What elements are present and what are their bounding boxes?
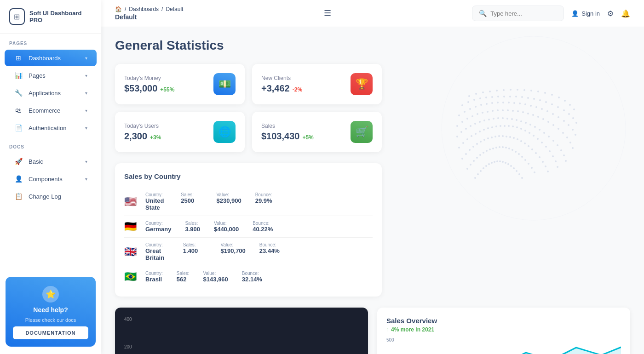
svg-point-180 <box>518 153 520 155</box>
sidebar-section-pages: PAGES ⊞ Dashboards ▾ 📊 Pages ▾ 🔧 Applica… <box>0 34 101 137</box>
sidebar-item-ecommerce[interactable]: 🛍 Ecommerce ▾ <box>5 102 97 119</box>
bounce-col-label: Bounce: <box>259 242 283 247</box>
svg-point-157 <box>528 145 529 147</box>
svg-point-124 <box>504 125 506 127</box>
svg-point-14 <box>558 97 560 98</box>
flag-de: 🇩🇪 <box>124 221 138 233</box>
svg-point-135 <box>549 150 551 152</box>
svg-point-17 <box>573 108 575 110</box>
svg-point-152 <box>509 136 511 138</box>
svg-point-178 <box>512 149 513 151</box>
svg-point-61 <box>575 134 576 136</box>
y-label-200: 200 <box>124 344 132 349</box>
svg-point-99 <box>511 118 513 120</box>
svg-point-70 <box>497 109 499 111</box>
svg-point-115 <box>466 138 468 140</box>
svg-point-105 <box>539 129 540 131</box>
svg-point-6 <box>503 89 505 91</box>
svg-point-36 <box>568 113 570 115</box>
chevron-down-icon: ▾ <box>85 108 87 113</box>
svg-point-87 <box>456 136 458 137</box>
sidebar-item-dashboards[interactable]: ⊞ Dashboards ▾ <box>5 50 97 66</box>
svg-point-23 <box>491 96 493 98</box>
bar-chart-y-labels: 400 200 0 <box>124 317 132 354</box>
stat-card-sales: Sales $103,430 +5% 🛒 <box>252 112 382 152</box>
search-input[interactable] <box>490 10 557 17</box>
svg-point-155 <box>520 140 522 142</box>
svg-point-201 <box>516 170 518 172</box>
stat-card-clients: New Clients +3,462 -2% 🏆 <box>252 64 382 104</box>
svg-point-4 <box>489 91 491 92</box>
sign-in-button[interactable]: 👤 Sign in <box>571 10 600 17</box>
stat-change-clients: -2% <box>293 86 302 93</box>
stat-label-users: Today's Users <box>124 123 161 129</box>
country-name-gb: Great Britain <box>145 247 169 261</box>
line-chart-y-labels: 500 400 <box>386 337 394 354</box>
settings-icon[interactable]: ⚙ <box>607 9 614 18</box>
svg-point-191 <box>488 163 490 165</box>
sidebar-item-basic[interactable]: 🚀 Basic ▾ <box>5 153 97 170</box>
sidebar: ⊞ Soft UI Dashboard PRO PAGES ⊞ Dashboar… <box>0 0 101 354</box>
search-box[interactable]: 🔍 <box>472 6 564 21</box>
sales-by-country-title: Sales by Country <box>124 172 373 180</box>
value-col-label: Value: <box>221 242 246 247</box>
stat-value-money: $53,000 <box>124 83 157 94</box>
sidebar-item-components[interactable]: 👤 Components ▾ <box>5 171 97 187</box>
svg-point-112 <box>565 160 567 162</box>
svg-point-130 <box>529 132 530 134</box>
documentation-button[interactable]: DOCUMENTATION <box>13 326 88 339</box>
svg-point-183 <box>528 163 529 165</box>
svg-point-50 <box>519 103 521 104</box>
svg-point-184 <box>531 167 533 169</box>
sidebar-item-authentication[interactable]: 📄 Authentication ▾ <box>5 120 97 136</box>
svg-point-52 <box>530 105 532 107</box>
help-card: ⭐ Need help? Please check our docs DOCUM… <box>6 277 96 347</box>
svg-point-15 <box>564 100 566 102</box>
country-col-label: Country: <box>145 271 163 276</box>
svg-point-118 <box>479 131 481 132</box>
svg-point-192 <box>491 162 493 164</box>
svg-point-40 <box>464 111 466 113</box>
line-chart-area: 500 400 <box>386 337 621 354</box>
help-title: Need help? <box>33 306 68 314</box>
svg-point-9 <box>523 89 525 91</box>
y-label-400: 400 <box>124 317 132 322</box>
svg-point-85 <box>569 142 571 143</box>
sales-overview-title: Sales Overview <box>386 317 621 325</box>
svg-point-132 <box>537 138 539 140</box>
svg-point-21 <box>479 97 481 99</box>
svg-point-47 <box>502 102 504 103</box>
svg-point-186 <box>474 177 476 179</box>
svg-point-142 <box>472 146 474 148</box>
svg-point-193 <box>494 161 495 163</box>
menu-icon[interactable]: ☰ <box>324 8 331 18</box>
svg-point-179 <box>515 151 517 153</box>
bounce-us: 29.9% <box>255 197 277 204</box>
svg-point-66 <box>477 113 478 115</box>
svg-point-80 <box>547 121 549 123</box>
flag-gb: 🇬🇧 <box>124 246 138 258</box>
help-star-icon: ⭐ <box>42 286 59 303</box>
stat-label-clients: New Clients <box>261 75 302 81</box>
svg-point-195 <box>499 160 501 162</box>
notification-icon[interactable]: 🔔 <box>621 9 630 18</box>
user-icon: 👤 <box>571 10 579 17</box>
svg-point-199 <box>510 165 512 167</box>
svg-point-48 <box>508 102 510 103</box>
svg-point-134 <box>545 146 547 148</box>
svg-point-176 <box>505 147 507 148</box>
svg-point-202 <box>518 173 520 175</box>
svg-point-16 <box>569 104 571 106</box>
sidebar-item-pages[interactable]: 📊 Pages ▾ <box>5 67 97 84</box>
main-content: 🏠 / Dashboards / Default Default ☰ 🔍 👤 S… <box>101 0 644 354</box>
sidebar-item-changelog[interactable]: 📋 Change Log <box>5 188 97 205</box>
value-col-label: Value: <box>214 221 239 226</box>
applications-icon: 🔧 <box>14 89 23 97</box>
pages-icon: 📊 <box>14 72 23 79</box>
sidebar-item-label: Applications <box>29 90 61 97</box>
svg-point-2 <box>475 93 477 95</box>
sidebar-item-applications[interactable]: 🔧 Applications ▾ <box>5 85 97 101</box>
stats-grid: Today's Money $53,000 +55% 💵 New Clients… <box>115 64 382 152</box>
svg-point-143 <box>476 143 478 145</box>
svg-point-166 <box>473 160 475 162</box>
